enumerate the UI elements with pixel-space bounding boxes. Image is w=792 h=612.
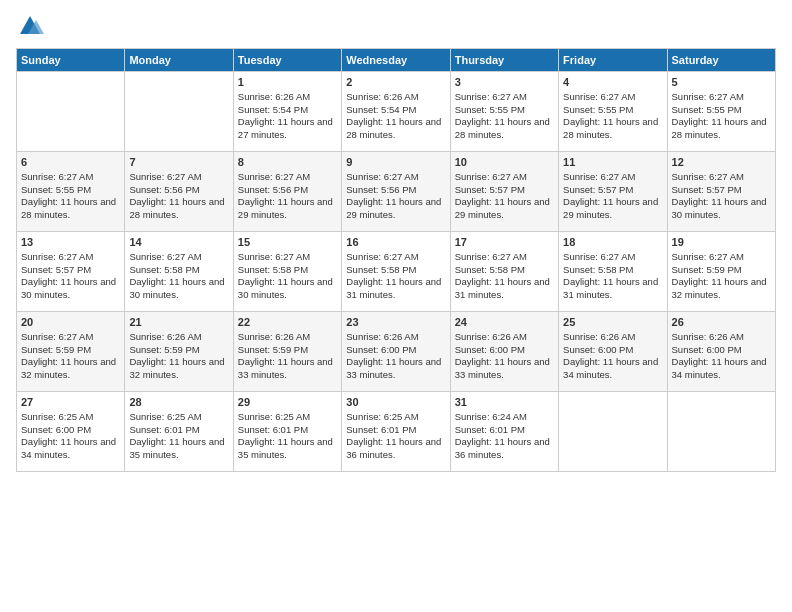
day-info: Sunrise: 6:27 AM	[346, 171, 445, 184]
day-number: 26	[672, 315, 771, 330]
day-info: Sunrise: 6:26 AM	[346, 331, 445, 344]
day-info: Daylight: 11 hours and 30 minutes.	[672, 196, 771, 222]
calendar-cell: 16Sunrise: 6:27 AMSunset: 5:58 PMDayligh…	[342, 232, 450, 312]
day-info: Daylight: 11 hours and 36 minutes.	[455, 436, 554, 462]
day-number: 11	[563, 155, 662, 170]
day-info: Sunrise: 6:27 AM	[238, 171, 337, 184]
day-info: Daylight: 11 hours and 29 minutes.	[346, 196, 445, 222]
calendar-cell: 11Sunrise: 6:27 AMSunset: 5:57 PMDayligh…	[559, 152, 667, 232]
calendar-cell	[559, 392, 667, 472]
day-info: Daylight: 11 hours and 33 minutes.	[346, 356, 445, 382]
calendar-cell: 23Sunrise: 6:26 AMSunset: 6:00 PMDayligh…	[342, 312, 450, 392]
day-number: 25	[563, 315, 662, 330]
day-number: 4	[563, 75, 662, 90]
calendar-cell: 17Sunrise: 6:27 AMSunset: 5:58 PMDayligh…	[450, 232, 558, 312]
day-number: 17	[455, 235, 554, 250]
day-number: 1	[238, 75, 337, 90]
day-info: Sunset: 6:00 PM	[563, 344, 662, 357]
day-info: Daylight: 11 hours and 32 minutes.	[672, 276, 771, 302]
col-header-sunday: Sunday	[17, 49, 125, 72]
day-info: Daylight: 11 hours and 28 minutes.	[672, 116, 771, 142]
header-row: SundayMondayTuesdayWednesdayThursdayFrid…	[17, 49, 776, 72]
week-row-1: 6Sunrise: 6:27 AMSunset: 5:55 PMDaylight…	[17, 152, 776, 232]
day-info: Daylight: 11 hours and 29 minutes.	[563, 196, 662, 222]
day-number: 10	[455, 155, 554, 170]
calendar-cell: 20Sunrise: 6:27 AMSunset: 5:59 PMDayligh…	[17, 312, 125, 392]
calendar-cell: 5Sunrise: 6:27 AMSunset: 5:55 PMDaylight…	[667, 72, 775, 152]
calendar-cell: 8Sunrise: 6:27 AMSunset: 5:56 PMDaylight…	[233, 152, 341, 232]
calendar-cell: 6Sunrise: 6:27 AMSunset: 5:55 PMDaylight…	[17, 152, 125, 232]
day-number: 28	[129, 395, 228, 410]
day-info: Sunset: 5:56 PM	[346, 184, 445, 197]
day-info: Sunrise: 6:27 AM	[238, 251, 337, 264]
logo	[16, 12, 48, 40]
day-number: 20	[21, 315, 120, 330]
day-info: Daylight: 11 hours and 35 minutes.	[238, 436, 337, 462]
calendar-cell: 12Sunrise: 6:27 AMSunset: 5:57 PMDayligh…	[667, 152, 775, 232]
day-info: Sunset: 5:57 PM	[672, 184, 771, 197]
week-row-0: 1Sunrise: 6:26 AMSunset: 5:54 PMDaylight…	[17, 72, 776, 152]
week-row-2: 13Sunrise: 6:27 AMSunset: 5:57 PMDayligh…	[17, 232, 776, 312]
col-header-monday: Monday	[125, 49, 233, 72]
day-info: Sunrise: 6:27 AM	[129, 171, 228, 184]
day-info: Daylight: 11 hours and 28 minutes.	[346, 116, 445, 142]
day-info: Sunrise: 6:27 AM	[21, 171, 120, 184]
day-info: Sunrise: 6:27 AM	[672, 91, 771, 104]
day-info: Sunrise: 6:27 AM	[346, 251, 445, 264]
day-info: Sunrise: 6:27 AM	[455, 251, 554, 264]
day-info: Daylight: 11 hours and 28 minutes.	[21, 196, 120, 222]
calendar-cell: 13Sunrise: 6:27 AMSunset: 5:57 PMDayligh…	[17, 232, 125, 312]
calendar-cell: 26Sunrise: 6:26 AMSunset: 6:00 PMDayligh…	[667, 312, 775, 392]
day-info: Sunset: 5:58 PM	[238, 264, 337, 277]
day-info: Daylight: 11 hours and 34 minutes.	[21, 436, 120, 462]
day-number: 19	[672, 235, 771, 250]
day-info: Sunrise: 6:24 AM	[455, 411, 554, 424]
day-info: Sunset: 6:01 PM	[129, 424, 228, 437]
day-info: Sunset: 6:01 PM	[346, 424, 445, 437]
week-row-4: 27Sunrise: 6:25 AMSunset: 6:00 PMDayligh…	[17, 392, 776, 472]
day-number: 23	[346, 315, 445, 330]
calendar-cell: 28Sunrise: 6:25 AMSunset: 6:01 PMDayligh…	[125, 392, 233, 472]
day-number: 5	[672, 75, 771, 90]
day-info: Sunset: 5:57 PM	[563, 184, 662, 197]
day-info: Sunset: 5:57 PM	[21, 264, 120, 277]
day-number: 13	[21, 235, 120, 250]
day-info: Daylight: 11 hours and 36 minutes.	[346, 436, 445, 462]
day-number: 24	[455, 315, 554, 330]
calendar-cell: 15Sunrise: 6:27 AMSunset: 5:58 PMDayligh…	[233, 232, 341, 312]
day-info: Sunset: 6:00 PM	[455, 344, 554, 357]
day-info: Daylight: 11 hours and 33 minutes.	[238, 356, 337, 382]
day-info: Sunrise: 6:27 AM	[563, 251, 662, 264]
day-number: 31	[455, 395, 554, 410]
day-info: Daylight: 11 hours and 29 minutes.	[455, 196, 554, 222]
day-info: Sunset: 5:59 PM	[129, 344, 228, 357]
day-info: Sunrise: 6:26 AM	[238, 91, 337, 104]
col-header-thursday: Thursday	[450, 49, 558, 72]
day-number: 2	[346, 75, 445, 90]
calendar-cell: 18Sunrise: 6:27 AMSunset: 5:58 PMDayligh…	[559, 232, 667, 312]
calendar-cell	[17, 72, 125, 152]
day-number: 14	[129, 235, 228, 250]
day-info: Sunset: 6:00 PM	[346, 344, 445, 357]
calendar-cell: 30Sunrise: 6:25 AMSunset: 6:01 PMDayligh…	[342, 392, 450, 472]
header	[16, 12, 776, 40]
day-number: 18	[563, 235, 662, 250]
day-info: Sunrise: 6:27 AM	[455, 91, 554, 104]
day-info: Daylight: 11 hours and 31 minutes.	[346, 276, 445, 302]
day-number: 22	[238, 315, 337, 330]
week-row-3: 20Sunrise: 6:27 AMSunset: 5:59 PMDayligh…	[17, 312, 776, 392]
day-number: 6	[21, 155, 120, 170]
day-info: Sunrise: 6:27 AM	[21, 251, 120, 264]
day-info: Sunrise: 6:27 AM	[21, 331, 120, 344]
day-number: 27	[21, 395, 120, 410]
day-info: Sunset: 6:01 PM	[238, 424, 337, 437]
calendar-cell	[667, 392, 775, 472]
day-info: Daylight: 11 hours and 28 minutes.	[563, 116, 662, 142]
day-info: Sunrise: 6:27 AM	[563, 171, 662, 184]
day-info: Sunset: 5:58 PM	[563, 264, 662, 277]
calendar-table: SundayMondayTuesdayWednesdayThursdayFrid…	[16, 48, 776, 472]
calendar-cell: 22Sunrise: 6:26 AMSunset: 5:59 PMDayligh…	[233, 312, 341, 392]
day-info: Sunrise: 6:26 AM	[129, 331, 228, 344]
day-info: Sunset: 5:59 PM	[21, 344, 120, 357]
day-info: Daylight: 11 hours and 27 minutes.	[238, 116, 337, 142]
